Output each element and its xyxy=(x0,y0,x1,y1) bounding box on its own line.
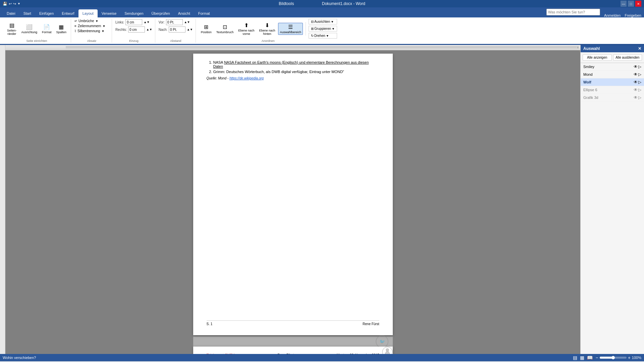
item-smiley-expand[interactable]: ▷ xyxy=(638,64,641,69)
ausrichten-dropdown[interactable]: ▼ xyxy=(331,20,334,23)
quick-access-toolbar[interactable]: 💾 ↩ ↪ ▼ xyxy=(3,2,20,6)
vor-row: Vor: ▲▼ xyxy=(159,19,190,25)
undo-icon[interactable]: ↩ xyxy=(9,2,12,6)
gruppieren-dropdown[interactable]: ▼ xyxy=(332,27,335,31)
panel-item-mond[interactable]: Mond 👁 ▷ xyxy=(581,71,644,78)
panel-close-icon[interactable]: ✕ xyxy=(638,46,641,51)
vor-spinner[interactable]: ▲▼ xyxy=(184,20,190,24)
umbruche-button[interactable]: Umbrüche xyxy=(78,19,94,23)
references-list: NASA NASA Factsheet on Earth's moons (En… xyxy=(213,60,379,74)
view-web-icon[interactable]: ▦ xyxy=(580,355,584,360)
view-read-icon[interactable]: 📖 xyxy=(587,355,593,360)
ausrichtung-button[interactable]: ⬜ Ausrichtung xyxy=(20,23,39,35)
redo-icon[interactable]: ↪ xyxy=(13,2,16,6)
nach-label: Nach: xyxy=(159,28,167,32)
tab-datei[interactable]: Datei xyxy=(3,9,19,17)
hide-all-button[interactable]: Alle ausblenden xyxy=(613,54,642,61)
item-smiley-visibility[interactable]: 👁 xyxy=(634,64,638,69)
window-controls[interactable]: — □ ✕ xyxy=(621,1,641,7)
item-grafik-expand[interactable]: ▷ xyxy=(638,95,641,100)
factsheet-link[interactable]: NASA Factsheet on Earth's moons (Englisc… xyxy=(213,60,369,68)
share-button[interactable]: Freigeben xyxy=(625,13,641,17)
tab-layout[interactable]: Layout xyxy=(78,9,98,17)
view-print-icon[interactable]: ▤ xyxy=(573,355,577,360)
header-date: Montag, 02. November 2015 xyxy=(337,353,379,354)
silbentrennung-button[interactable]: Silbentrennung xyxy=(77,29,100,33)
spalten-button[interactable]: ▦ Spalten xyxy=(55,23,68,35)
zeilennummern-dropdown[interactable]: ▼ xyxy=(102,24,105,28)
links-spinner[interactable]: ▲▼ xyxy=(144,20,150,24)
auswahlbereich-button[interactable]: ☰ Auswahlbereich xyxy=(278,23,303,35)
tab-ueberpruefen[interactable]: Überprüfen xyxy=(148,9,174,17)
zoom-slider[interactable] xyxy=(600,357,627,359)
einzug-content: Links: ▲▼ Rechts: ▲▼ xyxy=(115,19,152,39)
item-mond-visibility[interactable]: 👁 xyxy=(634,72,638,77)
item-mond-name: Mond xyxy=(583,72,634,76)
item-ellipse-expand[interactable]: ▷ xyxy=(638,87,641,92)
tab-sendungen[interactable]: Sendungen xyxy=(120,9,147,17)
seitenraender-button[interactable]: ▤ Seiten-ränder xyxy=(5,21,18,37)
svg-point-3 xyxy=(386,349,389,351)
item-wolf-expand[interactable]: ▷ xyxy=(638,80,641,84)
panel-item-smiley[interactable]: Smiley 👁 ▷ xyxy=(581,63,644,71)
signin-button[interactable]: Anmelden xyxy=(604,13,621,17)
item-grafik-visibility[interactable]: 👁 xyxy=(634,95,638,100)
drehen-dropdown[interactable]: ▼ xyxy=(326,34,329,38)
maximize-button[interactable]: □ xyxy=(628,1,634,7)
nach-spinner[interactable]: ▲▼ xyxy=(187,28,193,31)
tab-entwurf[interactable]: Entwurf xyxy=(58,9,78,17)
rechts-label: Rechts: xyxy=(115,28,127,32)
minimize-button[interactable]: — xyxy=(621,1,627,7)
header-logo xyxy=(382,347,393,354)
source-link[interactable]: https://de.wikipedia.org xyxy=(229,76,264,80)
ruler-expand[interactable]: ⊻ xyxy=(577,46,580,49)
abstand-label: Abstand xyxy=(159,39,193,43)
drehen-button[interactable]: ↻ Drehen ▼ xyxy=(309,33,337,39)
rechts-input[interactable] xyxy=(128,26,145,33)
position-button[interactable]: ⊞ Position xyxy=(199,23,213,35)
tab-start[interactable]: Start xyxy=(19,9,35,17)
ebene-hinten-button[interactable]: ⬇ Ebene nachhinten xyxy=(257,21,277,37)
save-icon[interactable]: 💾 xyxy=(3,2,7,6)
item-mond-expand[interactable]: ▷ xyxy=(638,72,641,77)
ausrichten-button[interactable]: ⊟ Ausrichten ▼ xyxy=(309,19,337,24)
status-text: Wohin verschieben? xyxy=(3,356,36,360)
tab-format[interactable]: Format xyxy=(194,9,214,17)
gruppieren-button[interactable]: ⊞ Gruppieren ▼ xyxy=(309,26,337,32)
panel-title: Auswahl xyxy=(583,46,600,51)
item-ellipse-visibility[interactable]: 👁 xyxy=(634,87,638,92)
silbentrennung-dropdown[interactable]: ▼ xyxy=(101,29,104,33)
ebene-vorne-icon: ⬆ xyxy=(244,22,249,28)
tab-einfuegen[interactable]: Einfügen xyxy=(35,9,58,17)
ribbon-content: ▤ Seiten-ränder ⬜ Ausrichtung 📄 Format ▦… xyxy=(0,17,644,45)
zeilennummern-button[interactable]: Zeilennummern xyxy=(78,24,101,28)
rechts-spinner[interactable]: ▲▼ xyxy=(146,28,152,31)
umbruche-dropdown[interactable]: ▼ xyxy=(95,19,98,23)
app-title: Bildtools Dokument1.docx - Word xyxy=(279,1,365,6)
author-footer: Rene Fürst xyxy=(363,322,379,326)
tab-verweise[interactable]: Verweise xyxy=(98,9,121,17)
links-input[interactable] xyxy=(125,19,142,25)
panel-item-ellipse[interactable]: Ellipse 6 👁 ▷ xyxy=(581,86,644,94)
nach-input[interactable] xyxy=(169,26,185,33)
svg-text:🐦: 🐦 xyxy=(379,339,385,345)
close-button[interactable]: ✕ xyxy=(635,1,641,7)
zoom-handle[interactable] xyxy=(611,356,615,359)
panel-item-grafik[interactable]: Grafik 3d 👁 ▷ xyxy=(581,94,644,102)
ebene-vorne-button[interactable]: ⬆ Ebene nachvorne xyxy=(236,21,256,37)
zoom-level: 100% xyxy=(632,356,641,360)
tab-ansicht[interactable]: Ansicht xyxy=(174,9,194,17)
item-wolf-visibility[interactable]: 👁 xyxy=(634,80,638,84)
vor-input[interactable] xyxy=(166,19,183,25)
panel-item-wolf[interactable]: Wolf 👁 ▷ xyxy=(581,78,644,86)
zoom-in-button[interactable]: + xyxy=(628,355,631,360)
search-input[interactable] xyxy=(546,9,600,15)
ribbon-tabs: Datei Start Einfügen Entwurf Layout Verw… xyxy=(0,7,644,17)
zoom-out-button[interactable]: − xyxy=(595,355,598,360)
show-all-button[interactable]: Alle anzeigen xyxy=(583,54,612,61)
customize-icon[interactable]: ▼ xyxy=(17,2,20,5)
page-2: Thinksecret GMBH Rene Fürst Montag, 02. … xyxy=(193,347,393,354)
textumbruch-button[interactable]: ⊡ Textumbruch xyxy=(215,23,235,35)
ribbon-group-absatz: ↵ Umbrüche ▼ ≡ Zeilennummern ▼ ⌇ Silbent… xyxy=(72,19,112,43)
format-button[interactable]: 📄 Format xyxy=(40,23,53,35)
